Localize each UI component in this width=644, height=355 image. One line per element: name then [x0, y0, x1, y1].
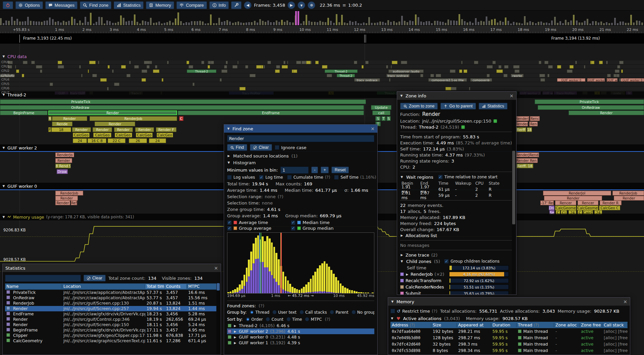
frame-bar[interactable] [614, 18, 616, 25]
cpu-zone[interactable] [354, 61, 357, 64]
frame-bar[interactable] [177, 12, 179, 25]
statistics-row[interactable]: Clipperjni/../jni/src/claw/gfx/geo/Clipp… [5, 333, 218, 338]
frame-bar[interactable] [49, 17, 51, 25]
frame-bar[interactable] [630, 15, 632, 25]
frame-bar[interactable] [625, 23, 627, 25]
current-frame-marker[interactable] [298, 11, 299, 25]
frame-bar[interactable] [325, 22, 326, 25]
timeline-zone-rende[interactable]: Rende [52, 122, 72, 126]
timeline-zone-privatetick[interactable]: PrivateTick [0, 99, 366, 104]
cpu-zone[interactable] [283, 61, 286, 64]
cpu-zone[interactable] [186, 61, 190, 64]
crosshair-button[interactable]: ⊕ [308, 1, 315, 9]
timeline-zone-renderjo[interactable]: RenderJo [515, 116, 529, 121]
frame-bar[interactable] [202, 21, 204, 25]
frame-bar[interactable] [197, 21, 198, 25]
frame-bar[interactable] [24, 21, 26, 25]
time-relative-checkbox[interactable]: Time relative to zone start [438, 175, 498, 179]
frame-bar[interactable] [188, 23, 190, 25]
frame-bar[interactable] [123, 18, 124, 25]
cpu-zone[interactable] [224, 65, 227, 69]
clear-filter-button[interactable]: Clear [84, 275, 106, 281]
frame-bar[interactable] [79, 20, 81, 25]
frame-bar[interactable] [101, 17, 103, 25]
cpu-zone[interactable]: GUIF worke [587, 78, 605, 82]
frame-bar[interactable] [36, 21, 37, 25]
frame-bar[interactable] [510, 24, 512, 25]
column-header-location[interactable]: Location [62, 284, 145, 289]
frame-bar[interactable] [478, 22, 479, 25]
found-zone-group[interactable]: ▶GUIF worker 2(3,296)4.61 s [227, 328, 374, 334]
cpu-zone[interactable] [256, 65, 262, 69]
group-by-option-call-stacks[interactable]: Call stacks [300, 310, 327, 315]
cpu-zone[interactable] [142, 70, 147, 73]
cpu-zone[interactable] [617, 65, 620, 69]
cpu-zone[interactable] [327, 74, 332, 77]
frame-bar[interactable] [355, 21, 357, 25]
child-zone-row[interactable]: Submit35.63 us (0.79%) [400, 290, 514, 295]
timeline-zone-render[interactable]: Render [55, 158, 72, 163]
frame-bar[interactable] [617, 23, 619, 25]
timeline-zone-onredraw[interactable]: OnRedraw [538, 105, 644, 110]
frame-bar[interactable] [248, 22, 250, 25]
frame-bar[interactable] [524, 16, 526, 25]
frame-bar[interactable] [276, 20, 277, 25]
statistics-row[interactable]: BeginFramejni/../jni/src/claw/gfx/drv/vk… [5, 327, 218, 333]
cpu-zone[interactable]: composer@ [470, 78, 492, 82]
frame-bar[interactable] [303, 21, 305, 25]
collapse-icon[interactable]: ▼ [2, 55, 5, 58]
frame-bar[interactable] [428, 21, 430, 25]
column-header-thread[interactable]: Thread (?) [517, 323, 554, 327]
frame-bar[interactable] [497, 23, 498, 25]
frame-bar[interactable] [377, 23, 378, 25]
frame-bar[interactable] [311, 22, 313, 25]
sort-by-option-order[interactable]: Order [246, 317, 263, 322]
timeline-zone-r[interactable]: R [48, 116, 52, 121]
thread-header-thread-2[interactable]: ▼Thread-2 [0, 91, 644, 98]
cpu-zone[interactable] [126, 74, 130, 77]
timeline-zone-rencer[interactable]: Rencer [578, 201, 598, 205]
timeline-zone-privatetick[interactable]: PrivateTick [535, 99, 644, 104]
frame-bar[interactable] [76, 23, 78, 25]
cpu-zone[interactable] [386, 65, 388, 69]
frame-bar[interactable] [137, 22, 138, 25]
self-time-checkbox[interactable]: Self time(1.16%) [334, 175, 376, 180]
frame-bar[interactable] [147, 22, 149, 25]
restrict-time-checkbox[interactable]: ↺Restrict time(?) [390, 309, 437, 314]
frame-bar[interactable] [117, 22, 119, 25]
frame-bar[interactable] [360, 24, 362, 25]
cpu-zone[interactable] [599, 61, 603, 64]
prev-frame-button[interactable]: ◀ [244, 1, 252, 9]
frame-bar[interactable] [540, 21, 542, 25]
cpu-zone[interactable] [232, 65, 237, 69]
frame-bar[interactable] [3, 23, 4, 25]
cpu-zone[interactable] [515, 70, 520, 73]
filter-zones-input[interactable] [5, 275, 81, 282]
frame-bar[interactable] [592, 21, 594, 25]
timeline-zone-18[interactable]: 18 [527, 127, 532, 132]
frame-bar[interactable] [387, 20, 389, 25]
frame-bar[interactable] [270, 22, 272, 25]
cpu-zone[interactable]: rworke [511, 74, 524, 77]
matched-source-locations-toggle[interactable]: ▶Matched source locations(1) [227, 152, 374, 159]
frame-bar[interactable] [257, 23, 258, 25]
next-frame-button[interactable]: ▶ [287, 1, 295, 9]
statistics-titlebar[interactable]: Statistics × [3, 264, 221, 272]
frame-bar[interactable] [226, 20, 228, 25]
frame-bar[interactable] [63, 21, 64, 25]
cpu-zone[interactable] [392, 61, 397, 64]
ignore-case-checkbox[interactable]: Ignore case [275, 145, 306, 150]
cpu-zone[interactable] [544, 61, 548, 64]
cpu-zone[interactable] [296, 61, 301, 64]
frame-bar[interactable] [115, 23, 116, 25]
cpu-zone[interactable] [250, 74, 256, 77]
close-icon[interactable]: × [509, 93, 514, 98]
cpu-zone[interactable] [365, 61, 369, 64]
frame-bar[interactable] [22, 21, 23, 25]
timeline-zone-26[interactable]: 26 [129, 138, 147, 143]
cpu-zone[interactable] [547, 74, 549, 77]
statistics-row[interactable]: RenderJobjni/../jni/src/guif/Screen.cpp:… [5, 301, 218, 306]
frame-bar[interactable] [96, 22, 97, 25]
active-allocations-row[interactable]: ▼♥Active allocations(3,043)Memory usage:… [390, 315, 628, 322]
frame-bar[interactable] [286, 20, 288, 25]
